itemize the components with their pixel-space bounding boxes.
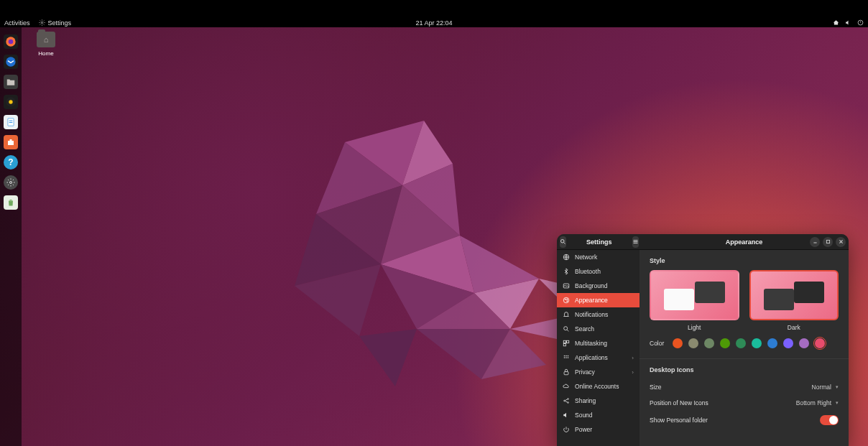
sidebar-item-online-accounts[interactable]: Online Accounts (557, 379, 640, 394)
svg-point-21 (9, 40, 14, 45)
svg-point-49 (564, 400, 565, 401)
svg-marker-7 (381, 185, 460, 264)
sidebar-item-bluetooth[interactable]: Bluetooth (557, 264, 640, 279)
globe-icon (563, 254, 570, 261)
svg-point-47 (568, 357, 569, 358)
sidebar-item-label: Notifications (575, 311, 608, 318)
settings-sidebar: NetworkBluetoothBackgroundAppearanceNoti… (557, 250, 640, 446)
icon-size-label: Size (650, 384, 662, 391)
sidebar-item-label: Sharing (575, 397, 596, 404)
multitask-icon (563, 340, 570, 347)
system-status-area[interactable] (833, 19, 864, 26)
sidebar-item-sharing[interactable]: Sharing (557, 394, 640, 408)
color-swatch-purple[interactable] (783, 338, 793, 348)
svg-rect-26 (9, 121, 13, 121)
activities-button[interactable]: Activities (4, 19, 30, 27)
svg-point-43 (565, 356, 567, 357)
icon-position-select[interactable]: Bottom Right ▾ (796, 399, 839, 406)
sidebar-item-applications[interactable]: Applications› (557, 350, 640, 365)
svg-rect-39 (563, 340, 565, 343)
dock-settings[interactable] (4, 175, 18, 190)
svg-point-36 (567, 299, 568, 299)
svg-point-51 (568, 402, 569, 404)
sidebar-item-appearance[interactable]: Appearance (557, 293, 640, 307)
window-titlebar[interactable]: Settings Appearance (557, 234, 849, 250)
sidebar-item-label: Multitasking (575, 340, 607, 347)
dock-software[interactable] (4, 135, 18, 149)
window-close-button[interactable] (836, 237, 846, 247)
svg-marker-14 (417, 293, 510, 329)
sidebar-item-network[interactable]: Network (557, 250, 640, 264)
sidebar-item-label: Applications (575, 354, 608, 361)
sidebar-item-sound[interactable]: Sound (557, 408, 640, 422)
sidebar-search-button[interactable] (560, 236, 566, 248)
style-option-dark[interactable]: Dark (749, 270, 839, 331)
content-title: Appearance (726, 238, 763, 246)
dock-libreoffice-writer[interactable] (4, 115, 18, 129)
dock-rhythmbox[interactable] (4, 95, 18, 109)
dock-trash[interactable] (4, 195, 18, 210)
dock-help[interactable]: ? (4, 155, 18, 169)
style-thumb-light (650, 270, 739, 320)
svg-point-34 (563, 297, 569, 303)
background-icon (563, 282, 570, 289)
sidebar-item-search[interactable]: Search (557, 322, 640, 336)
svg-marker-4 (402, 121, 453, 185)
hamburger-menu-button[interactable] (632, 236, 639, 248)
share-icon (563, 397, 570, 404)
color-swatch-blue[interactable] (767, 338, 777, 348)
current-app-indicator[interactable]: Settings (39, 19, 72, 27)
color-swatch-prussian-green[interactable] (752, 338, 762, 348)
dock-firefox[interactable] (4, 34, 18, 49)
svg-marker-6 (316, 185, 402, 264)
svg-rect-41 (563, 343, 565, 345)
desktop-icon-home[interactable]: Home (32, 32, 60, 57)
divider (640, 358, 849, 359)
color-swatch-red[interactable] (815, 338, 825, 348)
dock-thunderbird[interactable] (4, 55, 18, 69)
sidebar-title: Settings (586, 238, 612, 246)
sidebar-item-label: Network (575, 254, 597, 261)
color-swatch-sage[interactable] (704, 338, 714, 348)
style-label: Light (650, 324, 739, 331)
style-thumb-dark (749, 270, 839, 320)
lock-icon (563, 368, 570, 376)
accent-color-row: Color (650, 338, 839, 348)
clock[interactable]: 21 Apr 22:04 (415, 19, 452, 27)
show-personal-row: Show Personal folder (650, 411, 839, 429)
color-swatch-olive[interactable] (720, 338, 730, 348)
color-swatch-viridian[interactable] (736, 338, 746, 348)
sidebar-item-label: Search (575, 325, 594, 333)
svg-marker-3 (316, 142, 402, 214)
power-icon (563, 426, 570, 433)
bluetooth-icon (563, 268, 570, 275)
sidebar-item-multitasking[interactable]: Multitasking (557, 336, 640, 350)
style-label: Dark (749, 324, 839, 331)
dock-files[interactable] (4, 75, 18, 89)
color-swatch-orange[interactable] (673, 338, 683, 348)
chevron-right-icon: › (632, 355, 634, 361)
svg-marker-18 (359, 329, 417, 386)
svg-marker-5 (402, 164, 460, 236)
volume-status-icon (845, 19, 851, 26)
top-bar: Activities Settings 21 Apr 22:04 (0, 18, 868, 27)
svg-point-35 (565, 299, 565, 299)
color-swatch-magenta[interactable] (799, 338, 809, 348)
sidebar-item-power[interactable]: Power (557, 422, 640, 437)
svg-marker-12 (474, 279, 539, 329)
svg-point-38 (564, 327, 568, 330)
sidebar-item-label: Online Accounts (575, 383, 619, 390)
window-maximize-button[interactable] (823, 237, 833, 247)
svg-marker-9 (381, 236, 474, 293)
sidebar-item-privacy[interactable]: Privacy› (557, 365, 640, 379)
sidebar-item-notifications[interactable]: Notifications (557, 307, 640, 322)
show-personal-toggle[interactable] (820, 415, 839, 425)
svg-marker-19 (481, 329, 546, 379)
color-swatch-bark[interactable] (688, 338, 698, 348)
window-minimize-button[interactable] (810, 237, 820, 247)
style-option-light[interactable]: Light (650, 270, 739, 331)
color-label: Color (650, 340, 664, 347)
icon-size-select[interactable]: Normal ▾ (812, 384, 839, 391)
sidebar-item-label: Background (575, 282, 607, 289)
sidebar-item-background[interactable]: Background (557, 279, 640, 293)
